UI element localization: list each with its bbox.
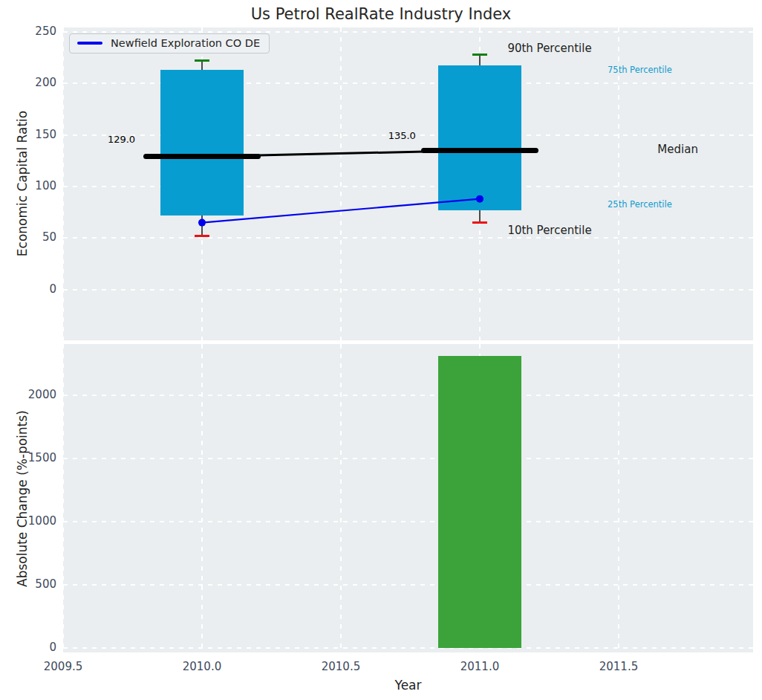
y-tick-label tick: 1500 bbox=[0, 451, 56, 464]
y-tick-label tick: 200 bbox=[0, 76, 56, 89]
annotation-median: Median bbox=[657, 143, 698, 156]
company-data-point bbox=[198, 219, 206, 227]
grid-line-horizontal bbox=[63, 395, 753, 396]
grid-line-vertical bbox=[62, 344, 64, 652]
y-tick-label tick: 150 bbox=[0, 128, 56, 141]
y-tick-label tick: 500 bbox=[0, 577, 56, 591]
y-axis-label-bottom: Absolute Change (%-points) bbox=[15, 410, 30, 587]
top-plot-area: Newfield Exploration CO DE 129.0135.090t… bbox=[63, 27, 753, 340]
median-value-label: 135.0 bbox=[388, 129, 416, 140]
y-tick-label tick: 100 bbox=[0, 179, 56, 192]
x-tick-label: 2009.5 bbox=[30, 660, 97, 673]
figure: Us Petrol RealRate Industry Index Econom… bbox=[0, 0, 762, 700]
grid-line-horizontal bbox=[63, 584, 753, 586]
y-tick-label tick: 250 bbox=[0, 25, 56, 38]
x-tick-label: 2011.5 bbox=[585, 660, 652, 673]
median-segment bbox=[143, 154, 260, 159]
y-tick-label tick: 50 bbox=[0, 230, 56, 244]
median-value-label: 129.0 bbox=[108, 134, 135, 145]
median-segment bbox=[421, 148, 538, 153]
company-data-point bbox=[476, 195, 483, 203]
chart-title: Us Petrol RealRate Industry Index bbox=[0, 5, 762, 23]
annotation-90th-percentile: 90th Percentile bbox=[507, 42, 591, 55]
y-tick-label tick: 0 bbox=[0, 641, 56, 654]
legend-label: Newfield Exploration CO DE bbox=[111, 37, 260, 49]
grid-line-horizontal bbox=[63, 647, 753, 649]
annotation-25th-percentile: 25th Percentile bbox=[608, 199, 672, 210]
y-tick-label tick: 0 bbox=[0, 282, 56, 296]
grid-line-horizontal bbox=[63, 521, 753, 522]
grid-line-vertical bbox=[201, 344, 203, 652]
x-tick-label: 2010.5 bbox=[307, 660, 374, 673]
x-tick-label: 2011.0 bbox=[446, 660, 513, 673]
y-tick-label tick: 1000 bbox=[0, 514, 56, 528]
grid-line-vertical bbox=[618, 344, 619, 652]
x-tick-label: 2010.0 bbox=[169, 660, 235, 673]
annotation-10th-percentile: 10th Percentile bbox=[507, 224, 591, 237]
legend-line-swatch bbox=[77, 42, 102, 45]
grid-line-horizontal bbox=[63, 458, 753, 459]
annotation-75th-percentile: 75th Percentile bbox=[608, 65, 672, 75]
company-line bbox=[202, 199, 480, 223]
grid-line-vertical bbox=[340, 344, 342, 652]
change-bar bbox=[438, 356, 522, 648]
y-tick-label tick: 2000 bbox=[0, 388, 56, 401]
legend: Newfield Exploration CO DE bbox=[69, 33, 270, 54]
bottom-plot-area bbox=[63, 344, 753, 652]
x-axis-label: Year bbox=[63, 678, 753, 693]
